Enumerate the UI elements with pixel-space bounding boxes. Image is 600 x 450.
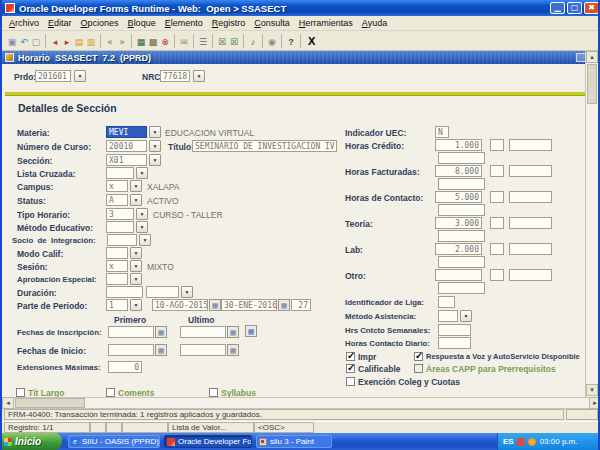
horizontal-scroll-thumb[interactable] xyxy=(15,398,85,408)
respuesta-voz-checkbox[interactable] xyxy=(414,352,423,361)
menu-consulta[interactable]: Consulta xyxy=(254,18,290,28)
inicio-ultimo-calendar-icon[interactable] xyxy=(227,344,239,356)
inicio-ultimo-field[interactable] xyxy=(180,344,226,356)
scroll-down-icon[interactable] xyxy=(586,384,598,396)
close-button[interactable] xyxy=(584,2,599,14)
broadcast-icon[interactable]: ◉ xyxy=(266,34,278,48)
remove-record-icon[interactable]: ▥ xyxy=(85,34,97,48)
print-icon[interactable]: ▢ xyxy=(30,34,42,48)
exencion-checkbox[interactable] xyxy=(346,377,355,386)
menu-registro[interactable]: Registro xyxy=(212,18,246,28)
socio-integracion-dropdown-icon[interactable] xyxy=(139,234,151,246)
parte-periodo-field[interactable]: 1 xyxy=(106,299,128,311)
vertical-scrollbar[interactable] xyxy=(585,51,598,397)
otro-range-field[interactable] xyxy=(438,282,485,294)
nrc-field[interactable]: 77618 xyxy=(160,70,190,82)
execute-query-icon[interactable]: ▩ xyxy=(147,34,159,48)
inicio-primero-field[interactable] xyxy=(108,344,154,356)
mdi-resize-icon[interactable] xyxy=(576,53,586,62)
scroll-right-icon[interactable] xyxy=(589,397,600,409)
previous-record-icon[interactable]: ◂ xyxy=(49,34,61,48)
enter-query-icon[interactable]: ▦ xyxy=(135,34,147,48)
menu-elemento[interactable]: Elemento xyxy=(165,18,203,28)
seccion-dropdown-icon[interactable] xyxy=(149,154,161,166)
scroll-left-icon[interactable] xyxy=(2,397,14,409)
lab-or-field[interactable] xyxy=(490,243,504,255)
campus-dropdown-icon[interactable] xyxy=(130,180,142,192)
spreadsheet-export-icon-2[interactable]: ☒ xyxy=(228,34,240,48)
teoria-or-field[interactable] xyxy=(490,217,504,229)
titulo-field[interactable]: SEMINARIO DE INVESTIGACION IV xyxy=(192,140,337,152)
horas-contacto-diario-field[interactable] xyxy=(438,337,471,349)
aprobacion-especial-dropdown-icon[interactable] xyxy=(130,273,142,285)
language-indicator[interactable]: ES xyxy=(503,437,514,446)
parte-semanas-field[interactable]: 27 xyxy=(291,299,311,311)
taskbar-item-siiu-oasis[interactable]: SIIU - OASIS (PPRD) -... xyxy=(68,435,160,448)
areas-capp-checkbox[interactable] xyxy=(414,364,423,373)
help-icon[interactable]: ? xyxy=(285,34,297,48)
duracion-field-2[interactable] xyxy=(146,286,179,298)
tipo-horario-dropdown-icon[interactable] xyxy=(136,208,148,220)
scroll-up-icon[interactable] xyxy=(586,51,598,63)
otro-to-field[interactable] xyxy=(509,269,552,281)
menu-ayuda[interactable]: Ayuda xyxy=(362,18,387,28)
socio-integracion-field[interactable] xyxy=(107,234,137,246)
parte-fecha-inicio-field[interactable]: 10-AGO-2015 xyxy=(152,299,208,311)
horas-facturadas-range-field[interactable] xyxy=(438,178,485,190)
start-button[interactable]: Inicio xyxy=(0,433,62,450)
hrs-cntcto-semanales-field[interactable] xyxy=(438,324,471,336)
taskbar-item-paint[interactable]: siiu 3 - Paint xyxy=(256,435,332,448)
spreadsheet-export-icon-1[interactable]: ☒ xyxy=(216,34,228,48)
tray-icon-2[interactable] xyxy=(528,438,536,446)
horas-credito-range-field[interactable] xyxy=(438,152,485,164)
tipo-horario-field[interactable]: 3 xyxy=(106,208,134,220)
modo-calif-field[interactable] xyxy=(106,247,128,259)
vertical-scroll-thumb[interactable] xyxy=(587,64,597,104)
maximize-button[interactable] xyxy=(567,2,582,14)
mail-icon[interactable]: ✉ xyxy=(178,34,190,48)
next-record-icon[interactable]: ▸ xyxy=(61,34,73,48)
metodo-asistencia-field[interactable] xyxy=(438,310,458,322)
inscripcion-ultimo-field[interactable] xyxy=(180,326,226,338)
lista-cruzada-field[interactable] xyxy=(106,167,134,179)
dates-maintenance-icon[interactable] xyxy=(245,325,257,337)
lista-cruzada-dropdown-icon[interactable] xyxy=(136,167,148,179)
horas-facturadas-field[interactable]: 8.000 xyxy=(435,165,482,177)
parte-fecha-fin-calendar-icon[interactable] xyxy=(278,299,290,311)
impr-checkbox[interactable] xyxy=(346,352,355,361)
horizontal-scrollbar[interactable] xyxy=(2,397,600,409)
teoria-range-field[interactable] xyxy=(438,230,485,242)
inscripcion-primero-field[interactable] xyxy=(108,326,154,338)
lab-range-field[interactable] xyxy=(438,256,485,268)
sesion-dropdown-icon[interactable] xyxy=(130,260,142,272)
status-field[interactable]: A xyxy=(106,194,128,206)
seccion-field[interactable]: X01 xyxy=(106,154,147,166)
metodo-educativo-field[interactable] xyxy=(106,221,134,233)
aprobacion-especial-field[interactable] xyxy=(106,273,128,285)
duracion-dropdown-icon[interactable] xyxy=(181,286,193,298)
next-block-icon[interactable]: » xyxy=(116,34,128,48)
identificador-liga-field[interactable] xyxy=(438,296,455,308)
horas-contacto-or-field[interactable] xyxy=(490,191,504,203)
insert-record-icon[interactable]: ▤ xyxy=(73,34,85,48)
otro-field[interactable] xyxy=(435,269,482,281)
otro-or-field[interactable] xyxy=(490,269,504,281)
tit-largo-checkbox[interactable] xyxy=(16,388,25,397)
menu-editar[interactable]: Editar xyxy=(48,18,72,28)
taskbar-item-oracle-forms[interactable]: Oracle Developer For... xyxy=(164,435,252,448)
numero-curso-field[interactable]: 20010 xyxy=(106,140,147,152)
minimize-button[interactable] xyxy=(550,2,565,14)
calificable-checkbox[interactable] xyxy=(346,364,355,373)
menu-archivo[interactable]: Archivo xyxy=(9,18,39,28)
metodo-educativo-dropdown-icon[interactable] xyxy=(136,221,148,233)
horas-contacto-field[interactable]: 5.000 xyxy=(435,191,482,203)
horas-credito-or-field[interactable] xyxy=(490,139,504,151)
volume-icon[interactable]: ♪ xyxy=(247,34,259,48)
rollback-icon[interactable]: ↶ xyxy=(18,34,30,48)
prdo-dropdown-icon[interactable] xyxy=(74,70,86,82)
menu-opciones[interactable]: Opciones xyxy=(81,18,119,28)
parte-fecha-fin-field[interactable]: 30-ENE-2016 xyxy=(221,299,277,311)
duracion-field-1[interactable] xyxy=(106,286,143,298)
coments-checkbox[interactable] xyxy=(106,388,115,397)
campus-field[interactable]: x xyxy=(106,180,128,192)
